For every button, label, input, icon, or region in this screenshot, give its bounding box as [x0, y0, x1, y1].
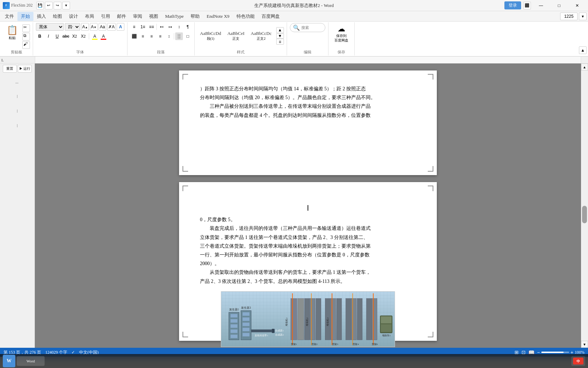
show-marks-btn[interactable]: ¶	[184, 23, 192, 31]
taskbar-word-item[interactable]: Word	[17, 356, 45, 366]
align-right-btn[interactable]: ≡	[148, 32, 155, 40]
maximize-btn[interactable]: □	[551, 0, 567, 11]
font-name-select[interactable]: 黑体	[36, 23, 64, 31]
menu-special[interactable]: 特色功能	[233, 12, 258, 21]
menu-review[interactable]: 审阅	[130, 12, 146, 21]
redo-btn[interactable]: ↪	[54, 2, 61, 9]
style-scroll-down[interactable]: ▼	[276, 33, 284, 39]
main-area: 重置 ▶ 运行 | | | | ）距阵 3 按照正态分布时间间隔均匀（均值 14…	[0, 63, 588, 348]
page-nav-btn[interactable]: ▾	[579, 13, 587, 20]
sort-btn[interactable]: ↕	[175, 23, 183, 31]
menu-file[interactable]: 文件	[1, 12, 17, 21]
italic-btn[interactable]: I	[45, 32, 52, 40]
shading-btn[interactable]: ░	[175, 32, 183, 40]
font-grow-btn[interactable]: A▲	[81, 23, 89, 31]
page2-line2: 立体货架，要求产品 1 送往第一个巷道式立体货架，产品 2、3 分别送往第二、	[200, 233, 416, 242]
title-bar: F FlexSim 202 💾 ↩ ↪ ▾ 生产系统建模与仿真新形态教材2 - …	[0, 0, 588, 11]
zoom-slider-track[interactable]	[541, 352, 569, 353]
menu-help[interactable]: 帮助	[187, 12, 203, 21]
ribbon-expand-btn[interactable]: ▲	[579, 46, 587, 54]
svg-text:合成器2: 合成器2	[275, 333, 284, 336]
menu-mathtype[interactable]: MathType	[162, 12, 187, 21]
doc-area[interactable]: ）距阵 3 按照正态分布时间间隔均匀（均值 14，标准偏差 5）；距 2 按照正…	[35, 63, 581, 348]
style-scroll-up[interactable]: ▲	[276, 27, 284, 33]
undo-btn[interactable]: ↩	[45, 2, 53, 9]
scroll-up-btn[interactable]: ▲	[581, 63, 588, 70]
page-number-input[interactable]	[560, 13, 578, 20]
font-color-btn[interactable]: A	[100, 32, 107, 40]
style-body2-preview: AaBbCcDc	[251, 31, 272, 36]
run-btn[interactable]: ▶ 运行	[18, 65, 32, 73]
close-btn[interactable]: ✕	[569, 0, 585, 11]
format-painter-button[interactable]: 🖌	[22, 41, 30, 49]
menu-layout[interactable]: 布局	[82, 12, 98, 21]
menu-mailings[interactable]: 邮件	[114, 12, 130, 21]
style-body1[interactable]: AaBbCeI 正文	[225, 30, 247, 42]
search-input[interactable]	[301, 25, 322, 30]
menu-home[interactable]: 开始	[17, 12, 33, 21]
font-shrink-btn[interactable]: A▼	[90, 23, 98, 31]
svg-rect-27	[346, 298, 351, 340]
cloud-save-icon: ☁	[338, 24, 345, 33]
line-spacing-btn[interactable]: ↕	[165, 32, 173, 40]
multilevel-btn[interactable]: ≡≡	[148, 23, 155, 31]
cloud-save-button[interactable]: ☁ 保存到百度网盘	[331, 23, 351, 44]
align-center-btn[interactable]: ≡	[139, 32, 147, 40]
taskbar-ime[interactable]: 中	[571, 356, 585, 366]
superscript-btn[interactable]: X2	[79, 32, 87, 40]
paste-label: 粘贴	[9, 36, 16, 40]
clear-format-btn[interactable]: ✗A	[107, 23, 116, 31]
text-effect-btn[interactable]: A	[117, 23, 124, 31]
taskbar-app-icon[interactable]: W	[3, 355, 15, 367]
scrollbar-thumb[interactable]	[582, 206, 587, 223]
menu-design[interactable]: 设计	[65, 12, 82, 21]
more-btn[interactable]: ▾	[62, 2, 70, 9]
minimize-btn[interactable]: —	[533, 0, 549, 11]
numbering-btn[interactable]: 1≡	[139, 23, 147, 31]
menu-draw[interactable]: 绘图	[49, 12, 65, 21]
svg-rect-12	[242, 323, 249, 326]
strikethrough-btn[interactable]: abc	[62, 32, 70, 40]
reset-btn[interactable]: 重置	[3, 65, 17, 73]
corner-tr-1	[428, 74, 433, 80]
subscript-btn[interactable]: X2	[71, 32, 78, 40]
underline-btn[interactable]: U	[53, 32, 61, 40]
text-highlight-btn[interactable]: A	[91, 32, 99, 40]
style-normal[interactable]: AaBbCcDd 段(1)	[198, 30, 224, 42]
menu-insert[interactable]: 插入	[33, 12, 49, 21]
page1-line3: 三种产品被分别送到三条传送带上，在传送带末端分别设置合成器进行产品	[200, 102, 416, 111]
page-1-content: ）距阵 3 按照正态分布时间间隔均匀（均值 14，标准偏差 5）；距 2 按照正…	[200, 84, 416, 155]
borders-btn[interactable]: □	[184, 32, 192, 40]
case-btn[interactable]: Aa	[99, 23, 106, 31]
copy-button[interactable]: ⧉	[22, 33, 30, 40]
ribbon-group-styles: AaBbCcDd 段(1) AaBbCeI 正文 AaBbCcDc 正文2 ▲ …	[195, 22, 287, 55]
paste-button[interactable]: 📋 粘贴	[3, 23, 22, 42]
increase-indent-btn[interactable]: ↦	[167, 23, 174, 31]
save-btn[interactable]: 💾	[36, 2, 44, 9]
page2-line1: 装盘完成后，送往共同的传送带（三种产品共用一条输送通道）运往巷道式	[200, 224, 416, 233]
justify-btn[interactable]: ≡	[156, 32, 164, 40]
decrease-indent-btn[interactable]: ↤	[158, 23, 165, 31]
ribbon-collapse-btn[interactable]: ⬛	[523, 2, 531, 9]
bullets-btn[interactable]: ≡	[130, 23, 138, 31]
font-size-select[interactable]: 四号 三号 五号	[65, 23, 80, 31]
styles-label: 样式	[237, 50, 245, 55]
login-button[interactable]: 登录	[504, 1, 521, 9]
menu-baidu[interactable]: 百度网盘	[258, 12, 283, 21]
svg-rect-30	[366, 298, 372, 340]
style-body2[interactable]: AaBbCcDc 正文2	[248, 30, 274, 42]
cut-button[interactable]: ✂	[22, 24, 30, 32]
style-more[interactable]: ≡	[276, 39, 284, 45]
menu-view[interactable]: 视图	[146, 12, 162, 21]
clipboard-content: 📋 粘贴 ✂ ⧉ 🖌	[3, 23, 30, 49]
scroll-down-btn[interactable]: ▼	[581, 341, 588, 348]
search-box[interactable]: 🔍	[290, 23, 325, 32]
bold-btn[interactable]: B	[36, 32, 44, 40]
menu-references[interactable]: 引用	[98, 12, 114, 21]
style-body1-preview: AaBbCeI	[227, 31, 245, 36]
svg-rect-0	[35, 57, 581, 63]
svg-rect-4	[231, 319, 238, 323]
menu-endnote[interactable]: EndNote X9	[203, 12, 233, 21]
warehouse-svg: 发生器1 发生器3 直线传送带1	[221, 291, 395, 347]
align-left-btn[interactable]: ⬛	[130, 32, 138, 40]
